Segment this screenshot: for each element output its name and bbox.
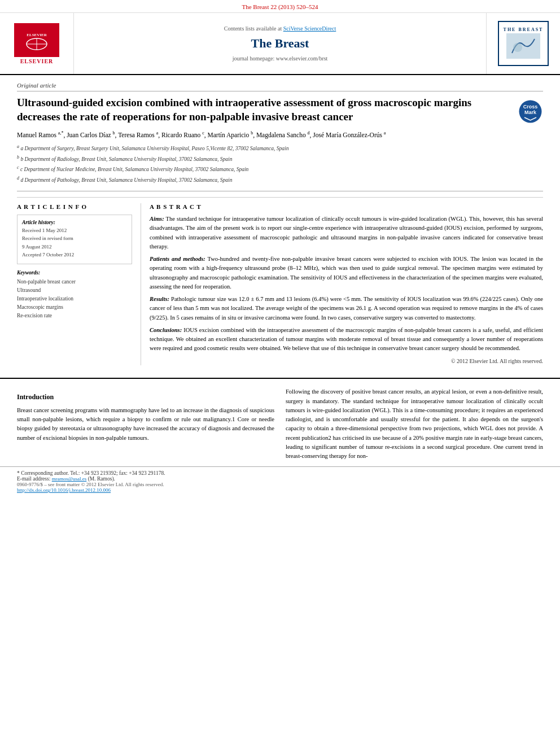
keyword-5: Re-excision rate — [17, 312, 132, 320]
doi-line: http://dx.doi.org/10.1016/j.breast.2012.… — [17, 487, 543, 493]
article-info-abstract-section: A R T I C L E I N F O Article history: R… — [17, 197, 543, 365]
page-wrapper: The Breast 22 (2013) 520–524 ELSEVIER EL… — [0, 0, 560, 496]
patients-label: Patients and methods: — [150, 256, 205, 262]
results-label: Results: — [150, 296, 169, 302]
keyword-1: Non-palpable breast cancer — [17, 278, 132, 286]
issn-line: 0960-9776/$ – see front matter © 2012 El… — [17, 482, 543, 487]
journal-header: ELSEVIER ELSEVIER Contents lists availab… — [0, 13, 560, 75]
body-col-left: Introduction Breast cancer screening pro… — [17, 387, 274, 461]
crossmark-badge[interactable]: Cross Mark — [518, 99, 543, 124]
abstract-conclusions: Conclusions: IOUS excision combined with… — [150, 326, 543, 353]
aims-label: Aims: — [150, 216, 164, 222]
affiliation-a: a a Department of Surgery, Breast Surger… — [17, 143, 543, 152]
affiliation-c: c c Department of Nuclear Medicine, Brea… — [17, 164, 543, 173]
svg-text:Cross: Cross — [523, 104, 538, 110]
journal-logo-right: THE BREAST — [487, 13, 560, 74]
received-date: Received 1 May 2012 Received in revised … — [22, 226, 127, 259]
introduction-col2-text: Following the discovery of positive brea… — [286, 387, 543, 461]
conclusions-label: Conclusions: — [150, 327, 182, 333]
journal-citation: The Breast 22 (2013) 520–524 — [242, 3, 318, 10]
patients-content: Two-hundred and twenty-five non-palpable… — [150, 256, 543, 290]
article-title: Ultrasound-guided excision combined with… — [17, 96, 509, 124]
affiliation-d: d d Department of Pathology, Breast Unit… — [17, 175, 543, 184]
section-divider — [0, 378, 560, 379]
svg-text:ELSEVIER: ELSEVIER — [27, 33, 47, 37]
keyword-2: Ultrasound — [17, 286, 132, 295]
body-section: Introduction Breast cancer screening pro… — [0, 385, 560, 466]
authors-line: Manuel Ramos a,*, Juan Carlos Díaz b, Te… — [17, 130, 543, 140]
journal-top-bar: The Breast 22 (2013) 520–524 — [0, 0, 560, 13]
body-col-right: Following the discovery of positive brea… — [286, 387, 543, 461]
crossmark-icon: Cross Mark — [518, 99, 543, 124]
abstract-text: Aims: The standard technique for intraop… — [150, 215, 543, 365]
email-note: E-mail address: mramos@usal.es (M. Ramos… — [17, 476, 543, 482]
breast-logo-title: THE BREAST — [504, 27, 544, 32]
article-info-box: Article history: Received 1 May 2012 Rec… — [17, 215, 132, 264]
svg-text:Mark: Mark — [524, 110, 537, 115]
keywords-section: Keywords: Non-palpable breast cancer Ult… — [17, 270, 132, 321]
article-info-heading: A R T I C L E I N F O — [17, 203, 132, 210]
elsevier-logo-image: ELSEVIER — [14, 23, 59, 57]
abstract-heading: A B S T R A C T — [150, 203, 543, 210]
right-column: A B S T R A C T Aims: The standard techn… — [141, 203, 543, 365]
journal-homepage: journal homepage: www.elsevier.com/brst — [233, 55, 328, 62]
history-label: Article history: — [22, 220, 127, 225]
breast-journal-cover-icon — [506, 33, 540, 59]
abstract-results: Results: Pathologic tumour size was 12.0… — [150, 295, 543, 322]
elsevier-logo-section: ELSEVIER ELSEVIER — [0, 13, 73, 74]
article-title-section: Ultrasound-guided excision combined with… — [17, 96, 543, 124]
journal-title: The Breast — [251, 36, 309, 51]
introduction-col1-text: Breast cancer screening programs with ma… — [17, 406, 274, 443]
keyword-4: Macroscopic margins — [17, 303, 132, 312]
elsevier-logo: ELSEVIER ELSEVIER — [14, 23, 59, 64]
abstract-patients: Patients and methods: Two-hundred and tw… — [150, 255, 543, 291]
left-column: A R T I C L E I N F O Article history: R… — [17, 203, 141, 365]
keyword-3: Intraoperative localization — [17, 295, 132, 303]
svg-rect-5 — [506, 33, 540, 59]
email-link[interactable]: mramos@usal.es — [52, 476, 87, 482]
article-type: Original article — [17, 82, 543, 91]
aims-content: The standard technique for intraoperativ… — [150, 216, 543, 250]
introduction-heading: Introduction — [17, 392, 274, 403]
article-content: Original article Ultrasound-guided excis… — [0, 75, 560, 372]
corresponding-author-note: * Corresponding author. Tel.: +34 923 21… — [17, 470, 543, 476]
svg-point-6 — [513, 43, 522, 52]
abstract-aims: Aims: The standard technique for intraop… — [150, 215, 543, 251]
journal-center-info: Contents lists available at SciVerse Sci… — [73, 13, 487, 74]
doi-link[interactable]: http://dx.doi.org/10.1016/j.breast.2012.… — [17, 487, 111, 493]
keywords-label: Keywords: — [17, 270, 132, 276]
breast-logo-image — [506, 33, 540, 59]
affiliations: a a Department of Surgery, Breast Surger… — [17, 143, 543, 191]
sciverse-text: Contents lists available at SciVerse Sci… — [224, 25, 336, 32]
breast-logo-box: THE BREAST — [498, 21, 549, 66]
elsevier-wordmark: ELSEVIER — [20, 58, 54, 64]
affiliation-b: b b Department of Radiology, Breast Unit… — [17, 154, 543, 163]
sciverse-link[interactable]: SciVerse ScienceDirect — [283, 25, 336, 32]
conclusions-content: IOUS excision combined with the intraope… — [150, 327, 543, 352]
elsevier-svg-icon: ELSEVIER — [17, 26, 56, 54]
copyright-line: © 2012 Elsevier Ltd. All rights reserved… — [150, 357, 543, 366]
footnote-section: * Corresponding author. Tel.: +34 923 21… — [0, 466, 560, 496]
results-content: Pathologic tumour size was 12.0 ± 6.7 mm… — [150, 296, 543, 321]
